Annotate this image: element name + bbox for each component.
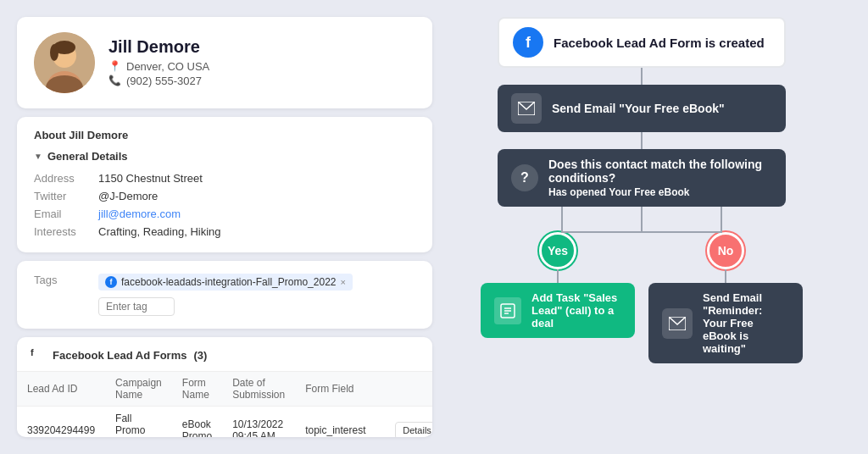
field-twitter: Twitter @J-Demore bbox=[34, 187, 415, 205]
center-line bbox=[641, 207, 643, 232]
location-icon: 📍 bbox=[108, 60, 121, 72]
email-icon bbox=[511, 93, 542, 124]
h-line bbox=[561, 231, 722, 233]
task-icon bbox=[494, 297, 521, 324]
table-header-row: Lead Ad ID Campaign Name Form Name Date … bbox=[17, 372, 432, 407]
cell-form-1: eBook Promo bbox=[172, 407, 222, 438]
profile-location: 📍 Denver, CO USA bbox=[108, 60, 415, 73]
tag-item: f facebook-leadads-integration-Fall_Prom… bbox=[98, 274, 353, 291]
forms-card: f Facebook Lead Ad Forms (3) Lead Ad ID … bbox=[17, 337, 432, 437]
no-connector bbox=[725, 269, 726, 283]
remove-tag-button[interactable]: × bbox=[341, 277, 346, 287]
forms-fb-icon: f bbox=[31, 347, 46, 363]
v-right bbox=[721, 207, 722, 232]
yes-action-node: Add Task "Sales Lead" (call) to a deal bbox=[481, 283, 635, 338]
no-email-icon bbox=[662, 308, 693, 339]
condition-node: ? Does this contact match the following … bbox=[498, 149, 786, 207]
col-form: Form Name bbox=[172, 372, 222, 407]
yes-connector bbox=[557, 269, 559, 283]
about-card: About Jill Demore ▼ General Details Addr… bbox=[17, 117, 432, 252]
trigger-node: f Facebook Lead Ad Form is created bbox=[498, 17, 786, 68]
tags-label: Tags bbox=[34, 274, 88, 316]
condition-sublabel: Has opened Your Free eBook bbox=[548, 186, 772, 198]
cell-field-1: topic_interest bbox=[295, 407, 385, 438]
question-icon: ? bbox=[511, 164, 538, 191]
field-address: Address 1150 Chestnut Street bbox=[34, 169, 415, 187]
avatar bbox=[34, 32, 95, 93]
field-value-email[interactable]: jill@demore.com bbox=[98, 208, 181, 220]
svg-point-3 bbox=[50, 44, 58, 61]
tag-text: facebook-leadads-integration-Fall_Promo_… bbox=[121, 276, 337, 288]
left-panel: Jill Demore 📍 Denver, CO USA 📞 (902) 555… bbox=[17, 17, 432, 437]
col-campaign: Campaign Name bbox=[105, 372, 172, 407]
no-action-node: Send Email "Reminder: Your Free eBook is… bbox=[648, 283, 803, 363]
trigger-label: Facebook Lead Ad Form is created bbox=[554, 36, 765, 50]
field-interests: Interests Crafting, Reading, Hiking bbox=[34, 223, 415, 241]
cell-id-1: 339204294499 bbox=[17, 407, 105, 438]
yes-branch: Yes Add Task "Sales Lead" (call) to a de… bbox=[481, 232, 635, 338]
condition-bold: Your Free eBook bbox=[609, 186, 689, 198]
field-label-email: Email bbox=[34, 208, 88, 220]
details-btn-group-1: Details ▾ bbox=[395, 422, 432, 438]
tags-row-wrapper: Tags f facebook-leadads-integration-Fall… bbox=[34, 271, 415, 318]
table-row: 339204294499 Fall Promo 2022 eBook Promo… bbox=[17, 407, 432, 438]
right-panel: f Facebook Lead Ad Form is created Send … bbox=[432, 17, 851, 437]
col-field: Form Field bbox=[295, 372, 385, 407]
trigger-fb-icon: f bbox=[513, 27, 543, 58]
connector-2 bbox=[641, 132, 643, 149]
forms-title: Facebook Lead Ad Forms bbox=[53, 349, 186, 362]
condition-label: Does this contact match the following co… bbox=[548, 158, 772, 185]
branches-container: Yes Add Task "Sales Lead" (call) to a de… bbox=[481, 232, 803, 363]
no-branch: No Send Email "Reminder: Your Free eBook… bbox=[648, 232, 803, 363]
no-badge: No bbox=[707, 232, 744, 269]
no-action-label: Send Email "Reminder: Your Free eBook is… bbox=[703, 291, 789, 355]
yes-action-label: Add Task "Sales Lead" (call) to a deal bbox=[531, 291, 621, 329]
field-email: Email jill@demore.com bbox=[34, 205, 415, 223]
details-button-1[interactable]: Details bbox=[395, 422, 432, 438]
phone-icon: 📞 bbox=[108, 75, 121, 86]
field-label-address: Address bbox=[34, 172, 88, 185]
facebook-icon: f bbox=[105, 276, 117, 288]
cell-btn-1: Details ▾ bbox=[385, 407, 432, 438]
cell-campaign-1: Fall Promo 2022 bbox=[105, 407, 172, 438]
tags-row: f facebook-leadads-integration-Fall_Prom… bbox=[98, 274, 415, 316]
col-date: Date of Submission bbox=[222, 372, 295, 407]
profile-name: Jill Demore bbox=[108, 37, 415, 57]
send-email-node: Send Email "Your Free eBook" bbox=[498, 85, 786, 132]
profile-phone: 📞 (902) 555-3027 bbox=[108, 75, 415, 87]
chevron-icon: ▼ bbox=[34, 152, 42, 161]
field-value-address: 1150 Chestnut Street bbox=[98, 172, 203, 185]
cell-date-1: 10/13/2022 09:45 AM bbox=[222, 407, 295, 438]
tags-card: Tags f facebook-leadads-integration-Fall… bbox=[17, 261, 432, 329]
send-email-label: Send Email "Your Free eBook" bbox=[552, 102, 725, 115]
condition-text-block: Does this contact match the following co… bbox=[548, 158, 772, 198]
field-label-twitter: Twitter bbox=[34, 190, 88, 202]
general-details-header: ▼ General Details bbox=[34, 150, 415, 163]
field-value-interests: Crafting, Reading, Hiking bbox=[98, 225, 221, 238]
connector-1 bbox=[641, 68, 643, 85]
profile-card: Jill Demore 📍 Denver, CO USA 📞 (902) 555… bbox=[17, 17, 432, 108]
forms-count: (3) bbox=[193, 349, 207, 362]
profile-info: Jill Demore 📍 Denver, CO USA 📞 (902) 555… bbox=[108, 37, 415, 89]
yes-badge: Yes bbox=[539, 232, 576, 269]
field-label-interests: Interests bbox=[34, 225, 88, 238]
v-left bbox=[561, 207, 563, 232]
branch-split bbox=[498, 207, 786, 232]
field-value-twitter: @J-Demore bbox=[98, 190, 158, 202]
forms-table: Lead Ad ID Campaign Name Form Name Date … bbox=[17, 371, 432, 437]
col-lead-id: Lead Ad ID bbox=[17, 372, 105, 407]
forms-header: f Facebook Lead Ad Forms (3) bbox=[17, 347, 432, 371]
tag-input[interactable] bbox=[98, 297, 175, 316]
col-action bbox=[385, 372, 432, 407]
workflow-diagram: f Facebook Lead Ad Form is created Send … bbox=[464, 17, 820, 363]
about-title: About Jill Demore bbox=[34, 129, 415, 141]
